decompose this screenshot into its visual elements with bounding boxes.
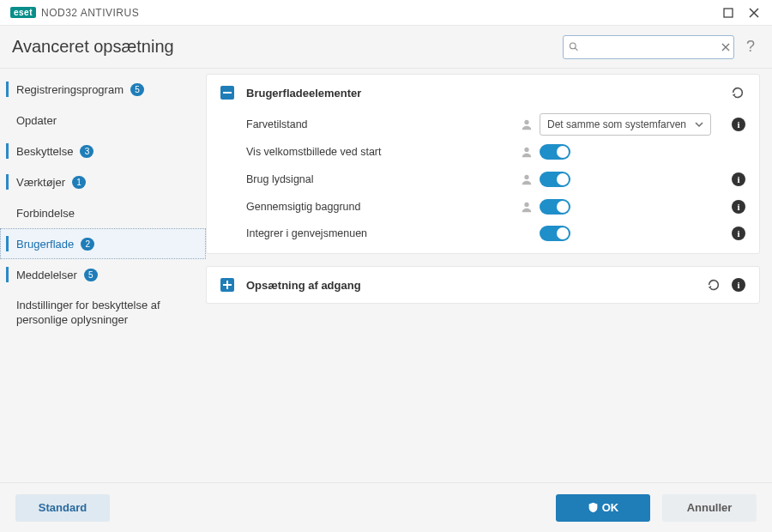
setting-label: Vis velkomstbillede ved start (246, 146, 521, 158)
contextmenu-toggle[interactable] (540, 226, 570, 241)
svg-rect-0 (724, 9, 733, 17)
setting-label: Brug lydsignal (246, 173, 521, 185)
topbar: Avanceret opsætning ? (0, 26, 772, 69)
sound-toggle[interactable] (540, 172, 570, 187)
search-icon (569, 41, 579, 52)
help-button[interactable]: ? (741, 38, 760, 56)
splash-toggle[interactable] (540, 144, 570, 160)
info-button[interactable]: i (732, 278, 745, 292)
product-name: NOD32 ANTIVIRUS (41, 7, 139, 19)
sidebar-item-label: Beskyttelse (16, 145, 73, 158)
panel-access: Opsætning af adgang i (206, 266, 760, 304)
window-close-button[interactable] (741, 2, 767, 24)
content-area: Brugerfladeelementer Farvetilstand Det s… (206, 69, 772, 482)
panel-header: Brugerfladeelementer (207, 75, 759, 111)
search-input[interactable] (579, 41, 718, 53)
svg-point-4 (524, 120, 528, 124)
panel-header: Opsætning af adgang i (207, 267, 759, 303)
default-button[interactable]: Standard (15, 494, 110, 522)
row-color-mode: Farvetilstand Det samme som systemfarven… (207, 111, 759, 138)
sidebar-item-brugerflade[interactable]: Brugerflade 2 (0, 228, 206, 259)
sidebar-item-label: Forbindelse (16, 207, 75, 220)
window-maximize-button[interactable] (715, 2, 741, 24)
shield-icon (588, 502, 599, 513)
sidebar-item-forbindelse[interactable]: Forbindelse (0, 197, 206, 228)
close-icon (749, 8, 759, 18)
sidebar-item-label: Meddelelser (16, 269, 77, 281)
setting-label: Farvetilstand (246, 118, 521, 130)
sidebar-item-label: Registreringsprogram (16, 83, 124, 96)
sidebar-badge: 5 (84, 269, 98, 281)
svg-rect-3 (223, 92, 232, 94)
minus-icon (223, 92, 232, 94)
sidebar-badge: 3 (80, 145, 93, 158)
sidebar-item-label: Indstillinger for beskyttelse af personl… (16, 299, 195, 328)
sidebar-badge: 5 (130, 83, 144, 96)
titlebar: eset NOD32 ANTIVIRUS (0, 0, 772, 26)
info-button[interactable]: i (732, 227, 745, 240)
ok-button[interactable]: OK (556, 494, 650, 522)
sidebar-item-label: Opdater (16, 114, 57, 127)
user-icon (521, 201, 533, 213)
x-icon (721, 43, 730, 51)
svg-point-1 (570, 43, 576, 49)
row-context-menu: Integrer i genvejsmenuen i (207, 221, 759, 253)
row-splash: Vis velkomstbillede ved start (207, 138, 759, 166)
row-sound: Brug lydsignal i (207, 166, 759, 193)
color-mode-select[interactable]: Det samme som systemfarven (540, 113, 711, 136)
search-clear-button[interactable] (718, 43, 733, 51)
collapse-button[interactable] (220, 86, 234, 100)
plus-icon (223, 281, 232, 289)
sidebar-badge: 2 (81, 238, 94, 251)
maximize-icon (723, 8, 733, 18)
svg-line-2 (575, 48, 577, 51)
svg-point-6 (524, 175, 528, 179)
search-field[interactable] (563, 35, 734, 59)
sidebar-badge: 1 (72, 176, 86, 189)
revert-icon[interactable] (706, 277, 721, 293)
sidebar-item-opdater[interactable]: Opdater (0, 105, 206, 136)
svg-point-5 (524, 148, 528, 152)
transparent-toggle[interactable] (540, 199, 570, 215)
user-icon (521, 173, 533, 185)
ok-label: OK (602, 501, 619, 514)
setting-label: Integrer i genvejsmenuen (246, 227, 521, 239)
info-button[interactable]: i (732, 200, 745, 214)
panel-ui-elements: Brugerfladeelementer Farvetilstand Det s… (206, 74, 760, 254)
page-title: Avanceret opsætning (12, 37, 174, 57)
footer: Standard OK Annuller (0, 482, 772, 532)
sidebar-item-privacy[interactable]: Indstillinger for beskyttelse af personl… (0, 290, 206, 336)
sidebar-item-meddelelser[interactable]: Meddelelser 5 (0, 259, 206, 290)
expand-button[interactable] (220, 278, 234, 292)
svg-rect-9 (223, 284, 232, 286)
brand-logo: eset (10, 7, 36, 18)
info-button[interactable]: i (732, 118, 745, 131)
sidebar: Registreringsprogram 5 Opdater Beskyttel… (0, 69, 206, 482)
user-icon (521, 118, 533, 130)
svg-point-7 (524, 203, 528, 207)
revert-icon[interactable] (730, 85, 745, 100)
sidebar-item-vaerktoejer[interactable]: Værktøjer 1 (0, 166, 206, 197)
chevron-down-icon (695, 120, 703, 129)
user-icon (521, 146, 533, 158)
cancel-button[interactable]: Annuller (662, 494, 757, 522)
sidebar-item-beskyttelse[interactable]: Beskyttelse 3 (0, 136, 206, 166)
sidebar-item-registreringsprogram[interactable]: Registreringsprogram 5 (0, 74, 206, 105)
row-transparent: Gennemsigtig baggrund i (207, 193, 759, 221)
setting-label: Gennemsigtig baggrund (246, 201, 521, 213)
panel-title: Opsætning af adgang (246, 279, 361, 292)
sidebar-item-label: Værktøjer (16, 176, 65, 189)
select-value: Det samme som systemfarven (547, 118, 686, 130)
sidebar-item-label: Brugerflade (16, 238, 74, 251)
info-button[interactable]: i (732, 172, 745, 186)
panel-title: Brugerfladeelementer (246, 87, 361, 100)
